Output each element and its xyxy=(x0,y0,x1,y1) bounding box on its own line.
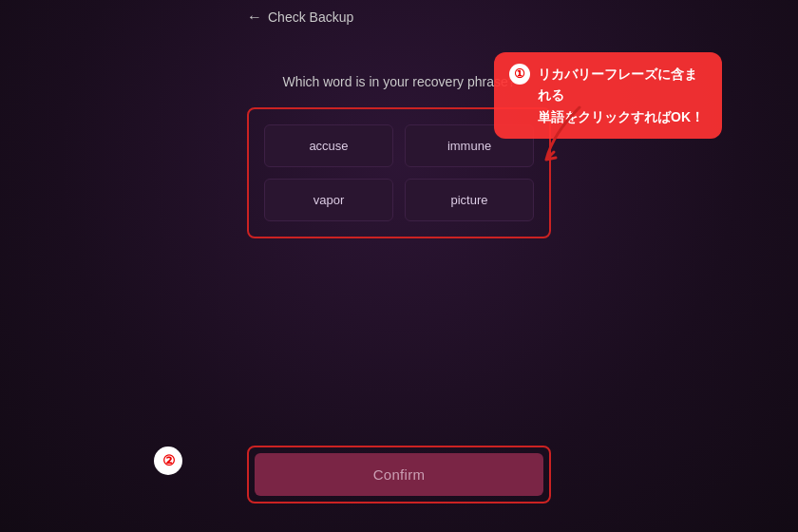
annotation-arrow-icon xyxy=(537,103,594,169)
step-2-indicator: ② xyxy=(154,446,182,475)
bottom-area: ② Confirm xyxy=(0,446,798,504)
word-button-accuse[interactable]: accuse xyxy=(264,124,393,167)
confirm-wrapper: Confirm xyxy=(247,446,551,504)
annotation-number: ① xyxy=(509,64,530,85)
header-title: Check Backup xyxy=(268,10,353,25)
header: ← Check Backup xyxy=(0,0,798,34)
question-text: Which word is in your recovery phrase? xyxy=(282,72,515,92)
back-button[interactable]: ← Check Backup xyxy=(247,9,353,26)
back-arrow-icon: ← xyxy=(247,9,262,26)
word-button-picture[interactable]: picture xyxy=(405,179,534,221)
annotation-bubble: ① リカバリーフレーズに含まれる 単語をクリックすればOK！ xyxy=(494,52,722,139)
word-button-vapor[interactable]: vapor xyxy=(264,179,393,221)
word-grid: accuse immune vapor picture xyxy=(264,124,534,221)
confirm-button[interactable]: Confirm xyxy=(255,453,543,496)
